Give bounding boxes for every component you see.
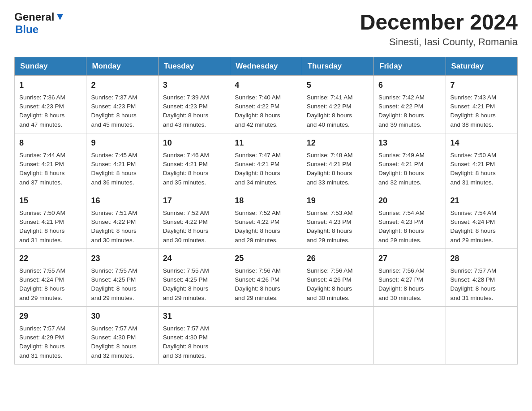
calendar-cell: 23 Sunrise: 7:55 AM Sunset: 4:25 PM Dayl… (86, 248, 158, 306)
calendar-cell: 27 Sunrise: 7:56 AM Sunset: 4:27 PM Dayl… (374, 248, 446, 306)
day-number: 27 (378, 253, 441, 265)
weekday-header-monday: Monday (86, 57, 158, 75)
week-row-3: 15 Sunrise: 7:50 AM Sunset: 4:21 PM Dayl… (15, 191, 518, 248)
day-info: Sunrise: 7:53 AM Sunset: 4:23 PM Dayligh… (307, 209, 369, 245)
day-info: Sunrise: 7:52 AM Sunset: 4:22 PM Dayligh… (235, 209, 297, 245)
svg-marker-0 (57, 14, 63, 20)
weekday-header-tuesday: Tuesday (158, 57, 230, 75)
day-number: 26 (307, 253, 369, 265)
calendar-cell: 26 Sunrise: 7:56 AM Sunset: 4:26 PM Dayl… (302, 248, 373, 306)
calendar-cell: 18 Sunrise: 7:52 AM Sunset: 4:22 PM Dayl… (230, 191, 302, 248)
calendar-cell: 28 Sunrise: 7:57 AM Sunset: 4:28 PM Dayl… (446, 248, 517, 306)
calendar-cell: 1 Sunrise: 7:36 AM Sunset: 4:23 PM Dayli… (15, 75, 86, 133)
calendar-cell: 13 Sunrise: 7:49 AM Sunset: 4:21 PM Dayl… (374, 133, 446, 191)
day-info: Sunrise: 7:57 AM Sunset: 4:30 PM Dayligh… (91, 324, 153, 360)
day-number: 17 (163, 195, 225, 207)
day-info: Sunrise: 7:54 AM Sunset: 4:24 PM Dayligh… (450, 209, 513, 245)
weekday-header-friday: Friday (374, 57, 446, 75)
calendar-cell: 25 Sunrise: 7:56 AM Sunset: 4:26 PM Dayl… (230, 248, 302, 306)
day-info: Sunrise: 7:47 AM Sunset: 4:21 PM Dayligh… (235, 151, 297, 187)
day-number: 24 (163, 253, 225, 265)
day-number: 29 (19, 310, 82, 322)
calendar-cell (374, 306, 446, 364)
calendar-cell (446, 306, 517, 364)
day-info: Sunrise: 7:57 AM Sunset: 4:28 PM Dayligh… (450, 266, 513, 303)
day-info: Sunrise: 7:57 AM Sunset: 4:30 PM Dayligh… (163, 324, 225, 360)
day-number: 28 (450, 253, 513, 265)
day-info: Sunrise: 7:55 AM Sunset: 4:25 PM Dayligh… (91, 266, 153, 303)
week-row-2: 8 Sunrise: 7:44 AM Sunset: 4:21 PM Dayli… (15, 133, 518, 191)
day-number: 31 (163, 310, 225, 322)
calendar-cell: 19 Sunrise: 7:53 AM Sunset: 4:23 PM Dayl… (302, 191, 373, 248)
day-info: Sunrise: 7:46 AM Sunset: 4:21 PM Dayligh… (163, 151, 225, 187)
day-number: 23 (91, 253, 153, 265)
weekday-header-row: SundayMondayTuesdayWednesdayThursdayFrid… (15, 57, 518, 75)
calendar-cell: 12 Sunrise: 7:48 AM Sunset: 4:21 PM Dayl… (302, 133, 373, 191)
day-number: 21 (450, 195, 513, 207)
day-info: Sunrise: 7:52 AM Sunset: 4:22 PM Dayligh… (163, 209, 225, 245)
calendar-cell: 20 Sunrise: 7:54 AM Sunset: 4:23 PM Dayl… (374, 191, 446, 248)
day-info: Sunrise: 7:57 AM Sunset: 4:29 PM Dayligh… (19, 324, 82, 360)
day-number: 19 (307, 195, 369, 207)
day-number: 12 (307, 137, 369, 149)
day-info: Sunrise: 7:56 AM Sunset: 4:26 PM Dayligh… (235, 266, 297, 303)
weekday-header-sunday: Sunday (15, 57, 86, 75)
logo-triangle-icon (55, 12, 65, 22)
calendar-cell: 6 Sunrise: 7:42 AM Sunset: 4:22 PM Dayli… (374, 75, 446, 133)
location-subtitle: Sinesti, Iasi County, Romania (360, 36, 518, 48)
logo: General Blue (14, 11, 65, 36)
calendar-cell: 5 Sunrise: 7:41 AM Sunset: 4:22 PM Dayli… (302, 75, 373, 133)
day-number: 6 (378, 79, 441, 91)
day-number: 3 (163, 79, 225, 91)
day-info: Sunrise: 7:40 AM Sunset: 4:22 PM Dayligh… (235, 93, 297, 129)
calendar-cell: 15 Sunrise: 7:50 AM Sunset: 4:21 PM Dayl… (15, 191, 86, 248)
day-number: 13 (378, 137, 441, 149)
title-area: December 2024 Sinesti, Iasi County, Roma… (360, 11, 518, 48)
day-info: Sunrise: 7:54 AM Sunset: 4:23 PM Dayligh… (378, 209, 441, 245)
day-info: Sunrise: 7:49 AM Sunset: 4:21 PM Dayligh… (378, 151, 441, 187)
day-number: 7 (450, 79, 513, 91)
day-info: Sunrise: 7:55 AM Sunset: 4:24 PM Dayligh… (19, 266, 82, 303)
calendar-cell (230, 306, 302, 364)
day-info: Sunrise: 7:48 AM Sunset: 4:21 PM Dayligh… (307, 151, 369, 187)
day-number: 20 (378, 195, 441, 207)
month-title: December 2024 (360, 11, 518, 34)
day-number: 9 (91, 137, 153, 149)
calendar-cell: 10 Sunrise: 7:46 AM Sunset: 4:21 PM Dayl… (158, 133, 230, 191)
calendar-cell: 30 Sunrise: 7:57 AM Sunset: 4:30 PM Dayl… (86, 306, 158, 364)
day-info: Sunrise: 7:43 AM Sunset: 4:21 PM Dayligh… (450, 93, 513, 129)
day-number: 4 (235, 79, 297, 91)
calendar-table: SundayMondayTuesdayWednesdayThursdayFrid… (14, 57, 518, 364)
day-number: 2 (91, 79, 153, 91)
calendar-cell: 8 Sunrise: 7:44 AM Sunset: 4:21 PM Dayli… (15, 133, 86, 191)
day-number: 30 (91, 310, 153, 322)
logo-blue-text: Blue (15, 23, 39, 36)
week-row-5: 29 Sunrise: 7:57 AM Sunset: 4:29 PM Dayl… (15, 306, 518, 364)
day-info: Sunrise: 7:50 AM Sunset: 4:21 PM Dayligh… (19, 209, 82, 245)
day-number: 18 (235, 195, 297, 207)
calendar-cell: 21 Sunrise: 7:54 AM Sunset: 4:24 PM Dayl… (446, 191, 517, 248)
day-number: 25 (235, 253, 297, 265)
day-info: Sunrise: 7:37 AM Sunset: 4:23 PM Dayligh… (91, 93, 153, 129)
day-info: Sunrise: 7:36 AM Sunset: 4:23 PM Dayligh… (19, 93, 82, 129)
day-info: Sunrise: 7:56 AM Sunset: 4:27 PM Dayligh… (378, 266, 441, 303)
week-row-1: 1 Sunrise: 7:36 AM Sunset: 4:23 PM Dayli… (15, 75, 518, 133)
weekday-header-thursday: Thursday (302, 57, 373, 75)
day-info: Sunrise: 7:41 AM Sunset: 4:22 PM Dayligh… (307, 93, 369, 129)
calendar-cell: 17 Sunrise: 7:52 AM Sunset: 4:22 PM Dayl… (158, 191, 230, 248)
day-info: Sunrise: 7:42 AM Sunset: 4:22 PM Dayligh… (378, 93, 441, 129)
calendar-cell: 11 Sunrise: 7:47 AM Sunset: 4:21 PM Dayl… (230, 133, 302, 191)
calendar-cell: 14 Sunrise: 7:50 AM Sunset: 4:21 PM Dayl… (446, 133, 517, 191)
day-info: Sunrise: 7:55 AM Sunset: 4:25 PM Dayligh… (163, 266, 225, 303)
weekday-header-wednesday: Wednesday (230, 57, 302, 75)
day-number: 14 (450, 137, 513, 149)
calendar-cell: 31 Sunrise: 7:57 AM Sunset: 4:30 PM Dayl… (158, 306, 230, 364)
day-number: 22 (19, 253, 82, 265)
day-number: 1 (19, 79, 82, 91)
logo-general-text: General (14, 11, 54, 23)
day-number: 11 (235, 137, 297, 149)
page-header: General Blue December 2024 Sinesti, Iasi… (14, 11, 518, 48)
day-number: 8 (19, 137, 82, 149)
calendar-cell: 22 Sunrise: 7:55 AM Sunset: 4:24 PM Dayl… (15, 248, 86, 306)
day-info: Sunrise: 7:45 AM Sunset: 4:21 PM Dayligh… (91, 151, 153, 187)
